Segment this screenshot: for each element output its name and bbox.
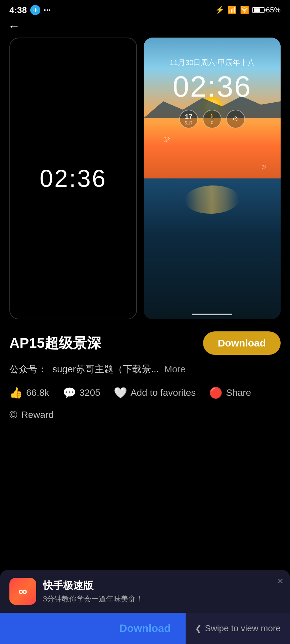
widget1-num: 17	[185, 113, 192, 121]
description-row: 公众号： suger苏哥主题（下载景... More	[9, 363, 281, 376]
share-button[interactable]: 🔴 Share	[209, 386, 251, 399]
battery-indicator: 65%	[252, 6, 281, 14]
like-icon: 👍	[9, 386, 23, 399]
ad-banner: ∞ 快手极速版 3分钟教你学会一道年味美食！ × Download ❮ Swip…	[0, 570, 290, 644]
title-row: AP15超级景深 Download	[9, 331, 281, 355]
battery-percent: 65%	[266, 6, 281, 14]
ad-app-icon: ∞	[9, 578, 36, 605]
widget-step-count: 17 5.17	[179, 110, 198, 128]
preview-area: 02:36 11月30日周六·甲辰年十八 02:36	[0, 38, 290, 319]
ad-subtitle: 3分钟教你学会一道年味美食！	[43, 594, 281, 604]
scenic-clock: 02:36	[144, 69, 281, 104]
desc-prefix: 公众号：	[9, 363, 47, 376]
favorite-label: Add to favorites	[131, 387, 196, 398]
bluetooth-icon: ⚡	[215, 6, 224, 14]
bird-2: 🕊	[262, 164, 267, 170]
like-count: 66.8k	[26, 387, 49, 398]
widgets-row: 17 5.17 🚶 0 ⏱	[144, 110, 281, 128]
scenic-ocean	[144, 178, 281, 319]
battery-box	[252, 7, 264, 13]
preview-scenic[interactable]: 11月30日周六·甲辰年十八 02:36 17 5.17 🚶 0 ⏱ 🕊 🕊	[144, 38, 281, 319]
interaction-row: 👍 66.8k 💬 3205 🤍 Add to favorites 🔴 Shar…	[9, 386, 281, 399]
ad-inner: ∞ 快手极速版 3分钟教你学会一道年味美食！ ×	[0, 570, 290, 613]
status-time: 4:38	[9, 5, 27, 15]
wifi-icon: 🛜	[240, 6, 249, 14]
status-bar: 4:38 ✈ ··· ⚡ 📶 🛜 65%	[0, 0, 290, 19]
like-button[interactable]: 👍 66.8k	[9, 386, 49, 399]
ad-app-icon-symbol: ∞	[18, 584, 27, 598]
ocean-shimmer	[184, 184, 240, 215]
battery-fill	[254, 8, 260, 12]
status-dots: ···	[44, 5, 51, 15]
comment-button[interactable]: 💬 3205	[63, 386, 100, 399]
back-button[interactable]: ←	[8, 19, 20, 33]
more-button[interactable]: More	[164, 364, 186, 375]
heart-icon: 🤍	[114, 386, 127, 399]
swipe-hint[interactable]: ❮ Swipe to view more	[186, 613, 290, 644]
signal-icon: 📶	[228, 6, 237, 14]
scenic-date: 11月30日周六·甲辰年十八	[144, 58, 281, 68]
status-right: ⚡ 📶 🛜 65%	[215, 6, 281, 14]
widget-timer: ⏱	[226, 110, 245, 128]
swipe-chevron-icon: ❮	[195, 624, 202, 633]
telegram-icon: ✈	[30, 5, 40, 15]
content-area: AP15超级景深 Download 公众号： suger苏哥主题（下载景... …	[0, 319, 290, 421]
ad-text: 快手极速版 3分钟教你学会一道年味美食！	[43, 579, 281, 604]
main-download-button[interactable]: Download	[203, 331, 281, 355]
dark-clock: 02:36	[40, 165, 107, 192]
share-icon: 🔴	[209, 386, 223, 399]
wallpaper-title: AP15超级景深	[9, 334, 101, 353]
scenic-bottom-bar	[192, 314, 232, 315]
swipe-label: Swipe to view more	[205, 623, 281, 634]
comment-icon: 💬	[63, 386, 76, 399]
ad-close-button[interactable]: ×	[277, 575, 283, 587]
status-left: 4:38 ✈ ···	[9, 5, 51, 15]
reward-icon: ©	[9, 409, 17, 421]
nav-bar: ←	[0, 19, 290, 38]
preview-dark[interactable]: 02:36	[9, 38, 137, 319]
ad-title: 快手极速版	[43, 579, 281, 593]
walk-icon: 🚶	[208, 113, 216, 120]
widget2-num: 0	[211, 120, 213, 125]
bird-1: 🕊	[164, 136, 170, 143]
reward-label: Reward	[21, 410, 54, 420]
timer-icon: ⏱	[233, 116, 239, 123]
widget-walk: 🚶 0	[203, 110, 222, 128]
ad-download-area: Download ❮ Swipe to view more	[0, 613, 290, 644]
reward-row[interactable]: © Reward	[9, 409, 281, 421]
widget1-sub: 5.17	[185, 121, 192, 125]
favorite-button[interactable]: 🤍 Add to favorites	[114, 386, 196, 399]
comment-count: 3205	[80, 387, 100, 398]
share-label: Share	[226, 387, 251, 398]
desc-text: suger苏哥主题（下载景...	[52, 363, 159, 376]
